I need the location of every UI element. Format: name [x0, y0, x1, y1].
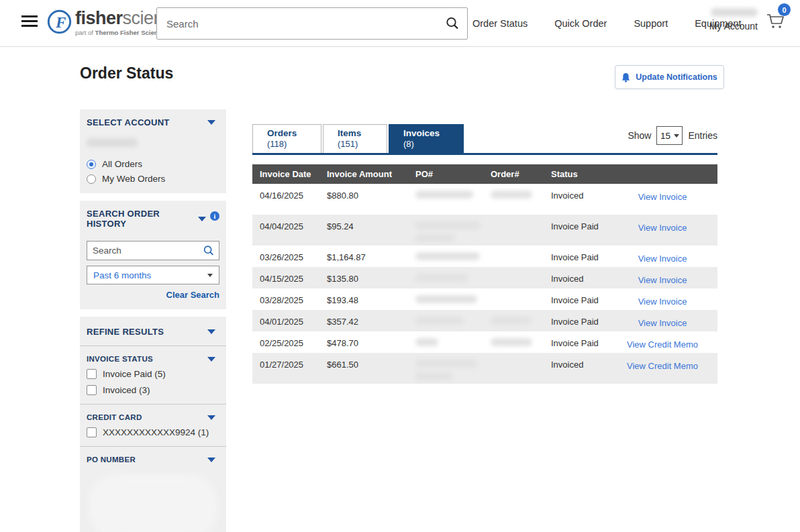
info-icon[interactable]: i — [210, 211, 219, 221]
invoice-amount-cell: $357.42 — [319, 317, 408, 327]
refine-results-header[interactable]: REFINE RESULTS — [87, 327, 219, 337]
invoice-row: 04/01/2025$357.42Invoice PaidView Invoic… — [252, 310, 717, 331]
select-account-section: SELECT ACCOUNT All OrdersMy Web Orders — [80, 109, 226, 193]
po-number-redacted — [415, 234, 454, 242]
radio-my-web-orders[interactable]: My Web Orders — [87, 174, 219, 184]
radio-label: All Orders — [102, 159, 142, 169]
search-submit-button[interactable] — [438, 8, 467, 39]
checkbox-label: Invoice Paid (5) — [103, 369, 166, 379]
bell-icon — [621, 72, 630, 83]
radio-button-icon[interactable] — [87, 174, 96, 184]
invoice-action-cell: View Invoice — [607, 191, 717, 203]
tabs-underline — [252, 153, 717, 155]
checkbox-label: Invoiced (3) — [103, 385, 150, 395]
hamburger-menu-icon[interactable] — [21, 15, 38, 27]
global-search-input[interactable] — [157, 18, 438, 30]
checkbox-icon[interactable] — [87, 369, 97, 379]
invoice-action-cell: View Invoice — [607, 221, 717, 233]
invoice-date-cell: 04/16/2025 — [252, 191, 319, 201]
invoice-status-cell: Invoice Paid — [544, 221, 607, 231]
view-invoice-link[interactable]: View Invoice — [638, 192, 687, 202]
tab-invoices[interactable]: Invoices(8) — [389, 124, 464, 153]
radio-button-icon[interactable] — [87, 160, 96, 169]
search-icon — [445, 16, 460, 31]
page-title: Order Status — [80, 64, 173, 83]
update-notifications-button[interactable]: Update Notifications — [615, 65, 724, 89]
chevron-down-icon — [207, 274, 213, 277]
view-credit-memo-link[interactable]: View Credit Memo — [627, 361, 698, 371]
nav-link-order-status[interactable]: Order Status — [472, 18, 528, 29]
invoice-row: 01/27/2025$661.50InvoicedView Credit Mem… — [252, 353, 717, 384]
invoice-amount-cell: $95.24 — [319, 221, 408, 231]
view-invoice-link[interactable]: View Invoice — [638, 223, 687, 233]
po-number-options-redacted — [89, 474, 217, 532]
invoice-date-cell: 04/04/2025 — [252, 221, 319, 231]
my-account-link[interactable]: My Account — [707, 21, 758, 32]
po-number-cell — [408, 274, 483, 282]
invoice-amount-cell: $1,164.87 — [319, 252, 408, 262]
order-status-main-panel: Orders(118) Items(151) Invoices(8) Show … — [252, 124, 717, 384]
invoice-status-cell: Invoiced — [544, 191, 607, 201]
invoice-status-option[interactable]: Invoiced (3) — [87, 385, 219, 395]
credit-card-title: CREDIT CARD — [87, 413, 142, 421]
entries-per-page-select[interactable]: 15 — [656, 126, 683, 145]
show-label: Show — [628, 130, 651, 141]
chevron-down-icon — [207, 458, 215, 462]
invoice-date-cell: 03/28/2025 — [252, 295, 319, 305]
account-area[interactable]: My Account — [707, 7, 758, 32]
view-invoice-link[interactable]: View Invoice — [638, 254, 687, 264]
refine-results-title: REFINE RESULTS — [87, 327, 164, 337]
search-order-history-title: SEARCH ORDER HISTORY — [87, 209, 198, 229]
po-number-redacted — [415, 317, 464, 325]
invoice-status-option[interactable]: Invoice Paid (5) — [87, 369, 219, 379]
order-history-search-button[interactable] — [199, 245, 219, 257]
order-history-search-input[interactable] — [87, 246, 199, 256]
view-invoice-link[interactable]: View Invoice — [638, 297, 687, 307]
po-number-redacted — [415, 295, 477, 303]
invoice-row: 04/04/2025$95.24Invoice PaidView Invoice — [252, 215, 717, 246]
po-number-cell — [408, 338, 483, 346]
nav-link-support[interactable]: Support — [634, 18, 668, 29]
order-number-cell — [483, 317, 544, 325]
clear-search-link[interactable]: Clear Search — [87, 290, 219, 300]
tab-items[interactable]: Items(151) — [323, 124, 387, 153]
po-number-header[interactable]: PO NUMBER — [87, 456, 219, 464]
credit-card-option[interactable]: XXXXXXXXXXXX9924 (1) — [87, 427, 219, 437]
invoice-action-cell: View Invoice — [607, 317, 717, 329]
po-number-redacted — [415, 274, 468, 282]
invoice-status-cell: Invoice Paid — [544, 252, 607, 262]
checkbox-label: XXXXXXXXXXXX9924 (1) — [103, 427, 209, 437]
checkbox-icon[interactable] — [87, 427, 97, 437]
entries-per-page-value: 15 — [660, 131, 670, 141]
svg-text:F: F — [55, 13, 66, 31]
brand-name: fisher — [75, 8, 123, 28]
tab-orders[interactable]: Orders(118) — [252, 124, 321, 153]
date-range-value: Past 6 months — [93, 270, 151, 280]
fisher-f-circle-icon: F — [47, 9, 72, 34]
invoice-amount-cell: $135.80 — [319, 274, 408, 284]
invoice-status-header[interactable]: INVOICE STATUS — [87, 355, 219, 363]
entries-label: Entries — [688, 130, 717, 141]
select-account-header[interactable]: SELECT ACCOUNT — [87, 117, 219, 127]
checkbox-icon[interactable] — [87, 385, 97, 395]
po-number-cell — [408, 191, 483, 199]
invoice-date-cell: 04/01/2025 — [252, 317, 319, 327]
invoice-row: 03/26/2025$1,164.87Invoice PaidView Invo… — [252, 246, 717, 267]
invoice-date-cell: 02/25/2025 — [252, 338, 319, 348]
invoice-amount-cell: $661.50 — [319, 360, 408, 370]
credit-card-header[interactable]: CREDIT CARD — [87, 413, 219, 421]
invoice-action-cell: View Credit Memo — [607, 360, 717, 372]
order-number-redacted — [491, 191, 532, 199]
nav-link-quick-order[interactable]: Quick Order — [554, 18, 607, 29]
date-range-select[interactable]: Past 6 months — [87, 266, 219, 284]
view-invoice-link[interactable]: View Invoice — [638, 275, 687, 285]
invoice-action-cell: View Invoice — [607, 252, 717, 264]
invoice-date-cell: 04/15/2025 — [252, 274, 319, 284]
chevron-down-icon — [198, 217, 206, 221]
view-credit-memo-link[interactable]: View Credit Memo — [627, 339, 698, 350]
radio-all-orders[interactable]: All Orders — [87, 159, 219, 169]
cart-button[interactable]: 0 — [765, 11, 788, 34]
view-invoice-link[interactable]: View Invoice — [638, 318, 687, 328]
order-history-search-box — [87, 241, 219, 260]
search-order-history-header[interactable]: SEARCH ORDER HISTORY i — [87, 209, 219, 229]
